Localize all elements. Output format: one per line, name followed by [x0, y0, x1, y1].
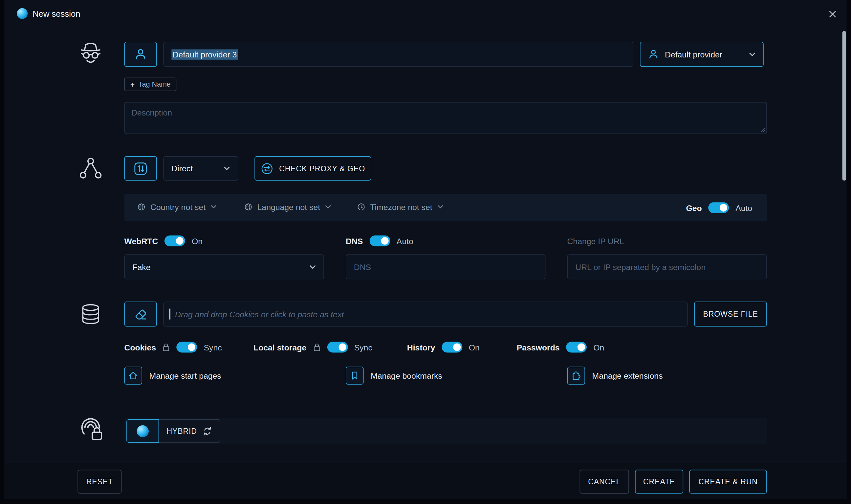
chevron-down-icon: [437, 205, 443, 209]
proxy-mode-select[interactable]: Direct: [163, 156, 238, 180]
cookies-drop-placeholder: Drag and drop Cookies or click to paste …: [175, 309, 344, 319]
eraser-icon: [134, 307, 148, 321]
create-and-run-button[interactable]: CREATE & RUN: [689, 470, 767, 494]
new-session-dialog: New session Default provider 3: [0, 0, 851, 504]
storage-section-icon: [78, 302, 103, 326]
browser-logo: [137, 425, 149, 437]
toggle-knob: [188, 343, 196, 351]
provider-dropdown[interactable]: Default provider: [640, 42, 764, 67]
proxy-mode-value: Direct: [171, 164, 193, 173]
country-dropdown[interactable]: Country not set: [137, 202, 216, 212]
toggle-knob: [381, 237, 388, 245]
manage-extensions-label: Manage extensions: [592, 371, 662, 380]
geo-toggle[interactable]: [708, 202, 729, 213]
text-caret: [170, 309, 170, 320]
toggle-knob: [176, 237, 183, 245]
fingerprint-mode-control[interactable]: HYBRID: [126, 419, 220, 443]
dns-label: DNS: [346, 236, 363, 246]
puzzle-icon: [567, 366, 585, 384]
dns-input-wrapper: [346, 254, 545, 279]
add-tag-button[interactable]: + Tag Name: [124, 77, 177, 91]
spy-icon: [77, 40, 103, 66]
webrtc-value: On: [192, 236, 202, 246]
change-ip-url-input[interactable]: [575, 262, 759, 271]
history-toggle-group: History On: [407, 342, 480, 353]
add-tag-label: Tag Name: [139, 80, 171, 89]
cookies-value: Sync: [203, 343, 221, 352]
profile-section-icon: [77, 40, 103, 66]
cookies-toggle[interactable]: [177, 342, 197, 353]
profile-type-button[interactable]: [124, 42, 157, 67]
browse-file-label: BROWSE FILE: [703, 310, 758, 318]
webrtc-toggle[interactable]: [164, 235, 185, 246]
cookies-drop-input[interactable]: Drag and drop Cookies or click to paste …: [163, 302, 688, 326]
scrollbar-thumb[interactable]: [843, 31, 846, 180]
database-icon: [78, 302, 103, 326]
toggle-knob: [338, 343, 346, 351]
check-proxy-geo-label: CHECK PROXY & GEO: [279, 164, 365, 173]
refresh-icon[interactable]: [202, 426, 212, 436]
clock-icon: [357, 203, 366, 211]
timezone-dropdown[interactable]: Timezone not set: [357, 202, 443, 212]
proxy-type-button[interactable]: [124, 156, 157, 180]
toggle-knob: [578, 343, 585, 351]
check-proxy-geo-button[interactable]: CHECK PROXY & GEO: [254, 156, 371, 180]
language-dropdown[interactable]: Language not set: [244, 202, 331, 212]
provider-dropdown-label: Default provider: [665, 50, 722, 59]
chevron-down-icon: [749, 53, 756, 56]
change-ip-url-input-wrapper: [567, 254, 767, 279]
lock-icon[interactable]: [313, 343, 320, 352]
create-and-run-label: CREATE & RUN: [698, 478, 758, 486]
chevron-down-icon: [309, 265, 316, 269]
cancel-button[interactable]: CANCEL: [580, 470, 629, 494]
fingerprint-mode-segment: HYBRID: [159, 419, 220, 443]
webrtc-label: WebRTC: [124, 236, 158, 246]
local-storage-toggle[interactable]: [327, 342, 348, 353]
cancel-label: CANCEL: [588, 478, 621, 486]
close-icon: [828, 10, 837, 18]
description-textarea[interactable]: [124, 102, 767, 134]
webrtc-mode-select[interactable]: Fake: [124, 254, 324, 279]
change-ip-url-label: Change IP URL: [567, 237, 624, 246]
fingerprint-lock-icon: [76, 413, 105, 442]
dns-group: DNS Auto: [346, 235, 413, 246]
history-value: On: [469, 343, 480, 352]
passwords-value: On: [593, 343, 604, 352]
language-value: Language not set: [258, 202, 320, 212]
local-storage-label: Local storage: [253, 343, 306, 352]
person-icon: [648, 49, 659, 60]
home-icon: [124, 366, 142, 384]
fingerprint-section-icon: [76, 413, 105, 442]
webrtc-mode-value: Fake: [132, 262, 150, 271]
create-label: CREATE: [643, 478, 675, 486]
globe-icon: [137, 203, 145, 211]
reset-label: RESET: [86, 478, 113, 486]
cookies-paste-button[interactable]: [124, 302, 157, 326]
dns-input[interactable]: [354, 262, 537, 271]
manage-start-pages-button[interactable]: Manage start pages: [124, 366, 221, 384]
manage-extensions-button[interactable]: Manage extensions: [567, 366, 662, 384]
geo-value: Auto: [735, 203, 752, 212]
profile-name-value: Default provider 3: [171, 49, 238, 59]
close-button[interactable]: [826, 7, 839, 21]
history-toggle[interactable]: [442, 342, 462, 353]
refresh-circle-icon: [261, 162, 274, 175]
cookies-toggle-group: Cookies Sync: [124, 342, 222, 353]
dialog-title: New session: [33, 9, 80, 19]
dns-toggle[interactable]: [369, 235, 390, 246]
timezone-value: Timezone not set: [370, 202, 432, 212]
plus-icon: +: [130, 80, 135, 89]
person-icon: [134, 48, 147, 61]
lock-icon[interactable]: [162, 343, 170, 352]
chevron-down-icon: [210, 205, 216, 209]
description-wrapper: [124, 102, 767, 134]
profile-name-input[interactable]: Default provider 3: [163, 42, 634, 67]
browse-file-button[interactable]: BROWSE FILE: [694, 302, 767, 326]
app-logo-icon: [17, 8, 28, 19]
create-button[interactable]: CREATE: [635, 470, 683, 494]
proxy-section-icon: [77, 155, 103, 181]
provider-dropdown-content: Default provider: [648, 49, 722, 60]
manage-bookmarks-button[interactable]: Manage bookmarks: [346, 366, 442, 384]
reset-button[interactable]: RESET: [77, 470, 122, 494]
passwords-toggle[interactable]: [566, 342, 587, 353]
